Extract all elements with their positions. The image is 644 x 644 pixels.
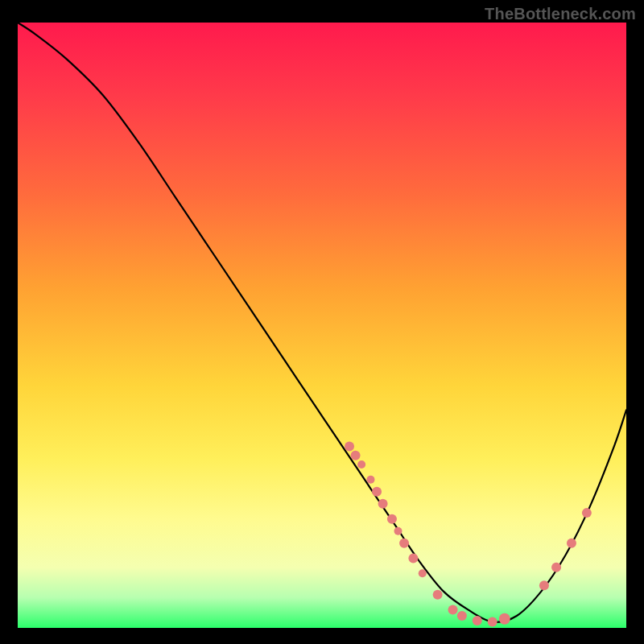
chart-svg bbox=[18, 23, 626, 628]
chart-frame: TheBottleneck.com bbox=[0, 0, 644, 644]
data-point bbox=[351, 451, 361, 460]
data-point bbox=[551, 563, 561, 572]
data-point bbox=[582, 508, 592, 518]
data-point bbox=[419, 569, 427, 577]
data-point bbox=[366, 476, 374, 484]
data-point bbox=[387, 514, 397, 524]
data-point bbox=[345, 441, 354, 451]
data-point bbox=[372, 487, 382, 497]
data-point bbox=[488, 617, 497, 626]
plot-area bbox=[18, 23, 626, 628]
data-point bbox=[378, 499, 388, 509]
data-point bbox=[567, 539, 576, 548]
data-point bbox=[357, 460, 365, 469]
data-point bbox=[448, 605, 458, 614]
data-point bbox=[399, 539, 409, 548]
data-point bbox=[457, 611, 467, 621]
data-point bbox=[433, 590, 443, 600]
data-point bbox=[473, 616, 482, 625]
data-points bbox=[345, 441, 592, 626]
data-point bbox=[394, 527, 402, 535]
data-point bbox=[499, 613, 510, 625]
bottleneck-curve bbox=[18, 23, 626, 622]
data-point bbox=[539, 580, 549, 590]
data-point bbox=[408, 554, 418, 564]
attribution-label: TheBottleneck.com bbox=[485, 5, 636, 23]
